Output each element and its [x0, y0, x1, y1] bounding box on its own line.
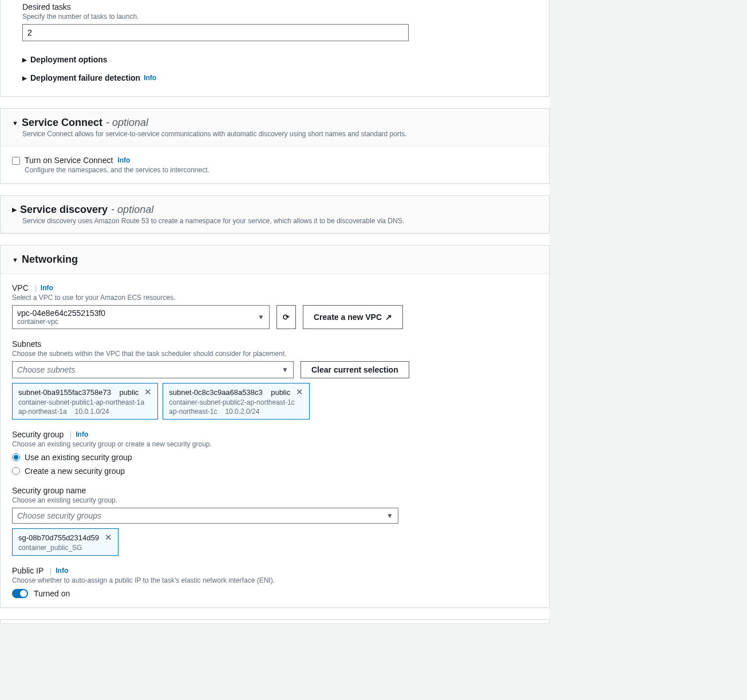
vpc-select[interactable]: vpc-04e8e64c2552153f0 container-vpc ▼: [12, 305, 270, 329]
chevron-right-icon: ▶: [22, 75, 27, 81]
service-connect-checkbox[interactable]: [12, 157, 20, 165]
vpc-value: vpc-04e8e64c2552153f0: [17, 309, 105, 318]
vpc-refresh-button[interactable]: ⟳: [276, 305, 296, 329]
sg-select[interactable]: Choose security groups ▼: [12, 508, 398, 524]
vpc-desc: Select a VPC to use for your Amazon ECS …: [12, 294, 537, 302]
service-discovery-title: Service discovery: [20, 204, 108, 216]
sg-create-label: Create a new security group: [25, 466, 125, 476]
deployment-options-label: Deployment options: [30, 55, 108, 64]
subnet-name: container-subnet-public2-ap-northeast-1c: [169, 398, 294, 406]
desired-tasks-label: Desired tasks: [22, 2, 537, 11]
vpc-label: VPC: [12, 283, 29, 292]
deployment-failure-expander[interactable]: ▶ Deployment failure detection Info: [22, 69, 537, 87]
subnet-cidr: 10.0.2.0/24: [225, 408, 259, 416]
networking-expander[interactable]: ▼ Networking: [12, 254, 537, 266]
subnet-token: subnet-0c8c3c9aa68a538c3 public ✕ contai…: [163, 383, 310, 420]
create-vpc-button[interactable]: Create a new VPC ↗: [303, 305, 403, 329]
chevron-down-icon: ▼: [12, 256, 18, 263]
create-vpc-label: Create a new VPC: [314, 313, 382, 322]
sg-placeholder: Choose security groups: [17, 511, 101, 520]
service-connect-info-link[interactable]: Info: [117, 156, 130, 164]
sg-remove-icon[interactable]: ✕: [105, 532, 112, 543]
sg-token-id: sg-08b70d755d2314d59: [18, 533, 99, 542]
subnets-label: Subnets: [12, 339, 537, 349]
deployment-options-expander[interactable]: ▶ Deployment options: [22, 50, 537, 69]
public-ip-toggle[interactable]: [12, 589, 28, 598]
security-group-desc: Choose an existing security group or cre…: [12, 440, 537, 448]
external-link-icon: ↗: [385, 313, 392, 322]
service-connect-title: Service Connect: [22, 117, 102, 129]
subnets-select[interactable]: Choose subnets ▼: [12, 361, 294, 378]
vpc-info-link[interactable]: Info: [33, 284, 53, 292]
subnet-cidr: 10.0.1.0/24: [75, 408, 109, 416]
desired-tasks-desc: Specify the number of tasks to launch.: [22, 13, 537, 21]
sg-existing-radio[interactable]: [12, 453, 20, 461]
sg-name-desc: Choose an existing security group.: [12, 496, 537, 504]
service-connect-expander[interactable]: ▼ Service Connect - optional: [12, 117, 537, 129]
clear-subnets-label: Clear current selection: [311, 365, 398, 374]
subnet-az: ap-northeast-1c: [169, 408, 217, 416]
sg-existing-label: Use an existing security group: [25, 453, 132, 462]
sg-token: sg-08b70d755d2314d59 ✕ container_public_…: [12, 528, 118, 556]
security-group-info-link[interactable]: Info: [68, 430, 88, 438]
vpc-sub: container-vpc: [17, 318, 105, 326]
deployment-failure-label: Deployment failure detection: [30, 73, 140, 82]
caret-down-icon: ▼: [282, 366, 288, 374]
subnets-desc: Choose the subnets within the VPC that t…: [12, 350, 537, 358]
subnet-pub: public: [271, 388, 290, 397]
subnet-remove-icon[interactable]: ✕: [144, 387, 152, 397]
refresh-icon: ⟳: [283, 313, 290, 322]
public-ip-desc: Choose whether to auto-assign a public I…: [12, 576, 537, 584]
subnet-pub: public: [119, 388, 139, 397]
subnet-az: ap-northeast-1a: [18, 408, 67, 416]
subnet-token: subnet-0ba9155fac3758e73 public ✕ contai…: [12, 383, 158, 420]
caret-down-icon: ▼: [386, 512, 393, 520]
networking-title: Networking: [22, 254, 78, 266]
clear-subnets-button[interactable]: Clear current selection: [301, 361, 409, 378]
subnet-id: subnet-0c8c3c9aa68a538c3: [169, 388, 262, 397]
sg-token-name: container_public_SG: [18, 544, 82, 552]
public-ip-state: Turned on: [34, 589, 70, 598]
chevron-right-icon: ▶: [22, 57, 27, 63]
service-connect-desc: Service Connect allows for service-to-se…: [22, 130, 537, 138]
security-group-label: Security group: [12, 430, 64, 439]
desired-tasks-input[interactable]: [22, 24, 409, 41]
service-connect-optional: - optional: [106, 117, 148, 129]
chevron-down-icon: ▼: [12, 120, 18, 126]
service-connect-check-label: Turn on Service Connect: [25, 156, 113, 165]
caret-down-icon: ▼: [258, 313, 264, 321]
subnets-placeholder: Choose subnets: [17, 365, 75, 374]
service-discovery-expander[interactable]: ▶ Service discovery - optional: [12, 204, 537, 216]
subnet-name: container-subnet-public1-ap-northeast-1a: [18, 398, 144, 406]
service-connect-check-desc: Configure the namespaces, and the servic…: [25, 166, 210, 174]
subnet-remove-icon[interactable]: ✕: [296, 387, 303, 397]
sg-name-label: Security group name: [12, 486, 537, 495]
service-discovery-desc: Service discovery uses Amazon Route 53 t…: [22, 217, 537, 225]
service-discovery-optional: - optional: [111, 204, 153, 216]
deployment-failure-info-link[interactable]: Info: [144, 74, 156, 82]
chevron-right-icon: ▶: [12, 206, 17, 213]
sg-create-radio[interactable]: [12, 467, 20, 475]
public-ip-info-link[interactable]: Info: [48, 567, 68, 575]
public-ip-label: Public IP: [12, 566, 44, 575]
subnet-id: subnet-0ba9155fac3758e73: [18, 388, 111, 397]
